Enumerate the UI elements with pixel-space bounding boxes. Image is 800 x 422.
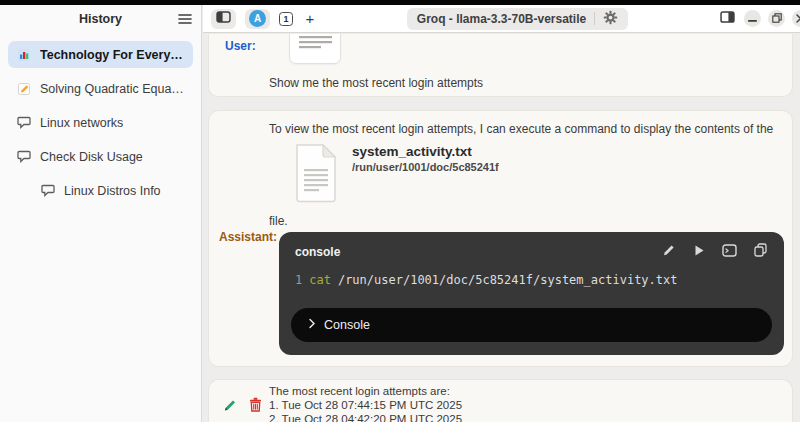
result-line: 1. Tue Oct 28 07:44:15 PM UTC 2025 (269, 398, 462, 412)
console-actions (662, 243, 767, 260)
main-area: A 1 + Groq - llama-3.3-70B-versatile (203, 5, 800, 422)
copy-icon (754, 243, 767, 260)
result-message-text: The most recent login attempts are: 1. T… (269, 384, 462, 422)
user-role-label: User: (225, 39, 256, 53)
command-argument: /run/user/1001/doc/5c85241f/system_activ… (338, 273, 678, 287)
panel-left-icon (216, 11, 231, 26)
result-message-card: The most recent login attempts are: 1. T… (208, 379, 793, 422)
play-icon (693, 244, 705, 260)
right-panel-toggle-button[interactable] (717, 9, 737, 29)
console-header: console (279, 232, 784, 260)
file-name: system_activity.txt (352, 144, 499, 159)
file-path: /run/user/1001/doc/5c85241f (352, 161, 499, 173)
edit-code-button[interactable] (662, 243, 676, 260)
chevron-right-icon (308, 318, 316, 332)
bar-chart-icon (17, 48, 31, 62)
console-expander[interactable]: Console (291, 308, 772, 342)
restore-icon (772, 11, 782, 26)
title-separator (594, 12, 595, 25)
gear-icon (603, 10, 618, 28)
console-block: console (279, 232, 784, 355)
headerbar-left-group: A 1 + (211, 9, 318, 29)
headerbar-right-group (717, 9, 800, 29)
message-actions (223, 397, 262, 415)
headerbar: A 1 + Groq - llama-3.3-70B-versatile (203, 5, 800, 33)
console-expander-label: Console (324, 318, 370, 332)
console-language-label: console (295, 245, 340, 259)
sidebar-item-technology-for-everyday-life[interactable]: Technology For Everyday Life (8, 41, 193, 68)
hamburger-menu-button[interactable] (178, 13, 192, 28)
document-lines-icon (290, 34, 340, 63)
user-message-card: User: Show me the most recent login atte… (208, 34, 793, 97)
delete-message-button[interactable] (249, 397, 262, 415)
sidebar-item-linux-distros-info[interactable]: Linux Distros Info (32, 177, 193, 204)
assistant-intro-text: To view the most recent login attempts, … (269, 122, 773, 136)
maximize-button[interactable] (768, 10, 785, 27)
sidebar-toggle-button[interactable] (211, 9, 236, 29)
file-attachment[interactable]: system_activity.txt /run/user/1001/doc/5… (293, 142, 499, 208)
window-title-button[interactable]: Groq - llama-3.3-70B-versatile (407, 8, 628, 30)
assistant-outro-text: file. (269, 214, 288, 228)
edit-pencil-icon (223, 398, 238, 415)
text-file-icon (293, 142, 339, 208)
window-title: Groq - llama-3.3-70B-versatile (417, 12, 586, 26)
new-tab-button[interactable]: + (302, 10, 318, 28)
trash-icon (249, 397, 262, 415)
line-number: 1 (295, 273, 302, 287)
pencil-paper-icon (17, 82, 31, 96)
sidebar-item-label: Linux Distros Info (64, 184, 161, 198)
screen-top-strip (0, 0, 800, 5)
sidebar-item-linux-networks[interactable]: Linux networks (8, 109, 193, 136)
sidebar-header: History (0, 5, 201, 33)
attachment-thumbnail[interactable] (289, 34, 341, 64)
sidebar-item-check-disk-usage[interactable]: Check Disk Usage (8, 143, 193, 170)
code-line: 1cat/run/user/1001/doc/5c85241f/system_a… (279, 260, 784, 287)
avatar: A (249, 10, 266, 27)
sidebar-item-label: Check Disk Usage (40, 150, 143, 164)
chat-bubble-icon (41, 184, 55, 197)
chat-bubble-icon (17, 150, 31, 163)
terminal-icon (722, 244, 737, 260)
command-keyword: cat (309, 273, 331, 287)
result-line: 2. Tue Oct 28 04:42:20 PM UTC 2025 (269, 412, 462, 422)
file-meta: system_activity.txt /run/user/1001/doc/5… (352, 142, 499, 208)
chat-bubble-icon (17, 116, 31, 129)
history-list: Technology For Everyday Life Solving Qua… (0, 33, 201, 204)
sidebar-item-solving-quadratic-equation[interactable]: Solving Quadratic Equation Pro… (8, 75, 193, 102)
result-line: The most recent login attempts are: (269, 384, 462, 398)
open-terminal-button[interactable] (722, 244, 737, 260)
edit-message-button[interactable] (223, 397, 238, 415)
pencil-icon (662, 243, 676, 260)
tab-overview-button[interactable]: 1 (279, 12, 293, 26)
sidebar: History Technology For Everyday Life Sol… (0, 5, 202, 422)
assistant-role-label: Assistant: (219, 230, 277, 244)
app-avatar-button[interactable]: A (245, 9, 270, 29)
chat-scroll-area[interactable]: User: Show me the most recent login atte… (203, 34, 800, 422)
copy-code-button[interactable] (754, 243, 767, 260)
minimize-button[interactable] (744, 10, 761, 27)
close-icon (796, 11, 800, 26)
run-code-button[interactable] (693, 244, 705, 260)
panel-right-icon (720, 11, 735, 26)
sidebar-item-label: Linux networks (40, 116, 123, 130)
assistant-message-card: To view the most recent login attempts, … (208, 110, 793, 367)
close-button[interactable] (792, 10, 800, 27)
app-window: History Technology For Everyday Life Sol… (0, 0, 800, 422)
hamburger-icon (178, 13, 192, 28)
minimize-icon (748, 11, 757, 26)
sidebar-title: History (79, 12, 122, 26)
user-message-text: Show me the most recent login attempts (269, 76, 483, 90)
sidebar-item-label: Solving Quadratic Equation Pro… (40, 82, 184, 96)
sidebar-item-label: Technology For Everyday Life (40, 48, 184, 62)
